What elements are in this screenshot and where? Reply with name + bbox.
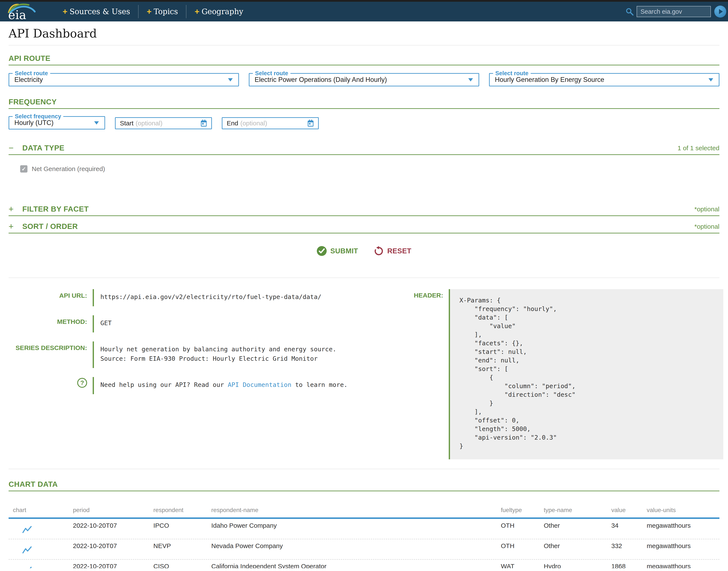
series-description-value: Hourly net generation by balancing autho… — [94, 341, 336, 368]
start-date-field[interactable]: Start (optional) — [115, 117, 212, 129]
cell-type-name: Hydro — [539, 560, 607, 568]
chart-data-heading: CHART DATA — [9, 480, 58, 488]
cell-respondent-name: California Independent System Operator — [207, 560, 496, 568]
route-selects-row: Select route Electricity Select route El… — [9, 71, 719, 86]
site-search — [626, 6, 726, 18]
route-select-1-value: Electricity — [14, 76, 43, 84]
title-divider — [9, 45, 719, 45]
table-row: 2022-10-20T07 IPCO Idaho Power Company O… — [9, 519, 719, 539]
col-respondent-name: respondent-name — [207, 507, 496, 513]
page-title: API Dashboard — [9, 27, 719, 40]
line-chart-icon — [22, 566, 32, 568]
search-icon — [626, 7, 634, 16]
cell-respondent: IPCO — [149, 519, 207, 539]
plus-icon: + — [63, 7, 67, 16]
table-row: 2022-10-20T07 NEVP Nevada Power Company … — [9, 539, 719, 560]
cell-value-units: megawatthours — [642, 519, 719, 539]
submit-button[interactable]: SUBMIT — [316, 246, 358, 256]
series-description-row: SERIES DESCRIPTION: Hourly net generatio… — [0, 341, 373, 368]
api-url-row: API URL: https://api.eia.gov/v2/electric… — [0, 289, 373, 306]
reset-undo-icon — [374, 246, 384, 256]
main-nav: + Sources & Uses + Topics + Geography — [55, 5, 251, 18]
search-go-arrow-icon — [719, 9, 723, 14]
col-type-name: type-name — [539, 507, 607, 513]
row-chart-button[interactable] — [9, 519, 69, 539]
cell-fueltype: WAT — [496, 560, 539, 568]
nav-item-geography[interactable]: + Geography — [186, 7, 251, 16]
checkbox-check-icon: ✓ — [22, 166, 26, 172]
frequency-controls-row: Select frequency Hourly (UTC) Start (opt… — [9, 114, 719, 129]
row-chart-button[interactable] — [9, 539, 69, 559]
col-value: value — [607, 507, 642, 513]
help-text: Need help using our API? Read our API Do… — [94, 377, 348, 394]
search-input[interactable] — [637, 6, 711, 17]
header-block: HEADER: X-Params: { "frequency": "hourly… — [373, 289, 723, 459]
line-chart-icon — [22, 525, 32, 534]
frequency-heading: FREQUENCY — [9, 98, 57, 106]
cell-value: 332 — [607, 539, 642, 559]
cell-type-name: Other — [539, 519, 607, 539]
browser-edge-strip — [0, 0, 728, 2]
section-api-route: API ROUTE — [9, 54, 719, 66]
minus-collapse-icon[interactable]: − — [9, 144, 22, 152]
form-actions: SUBMIT RESET — [0, 246, 728, 256]
chevron-down-icon — [468, 78, 473, 82]
section-data-type[interactable]: − DATA TYPE 1 of 1 selected — [9, 144, 719, 155]
nav-item-sources-uses[interactable]: + Sources & Uses — [55, 7, 138, 16]
frequency-select[interactable]: Select frequency Hourly (UTC) — [9, 114, 105, 129]
chart-data-table: chart period respondent respondent-name … — [9, 507, 719, 568]
request-info: API URL: https://api.eia.gov/v2/electric… — [0, 289, 728, 459]
api-url-value: https://api.eia.gov/v2/electricity/rto/f… — [94, 289, 321, 306]
data-type-heading: DATA TYPE — [22, 144, 64, 152]
route-select-2-value: Electric Power Operations (Daily And Hou… — [255, 76, 387, 84]
chevron-down-icon — [228, 78, 233, 82]
eia-logo[interactable]: eia — [6, 2, 41, 21]
cell-value-units: megawatthours — [642, 560, 719, 568]
plus-icon: + — [195, 7, 199, 16]
cell-fueltype: OTH — [496, 539, 539, 559]
plus-expand-icon[interactable]: + — [9, 205, 22, 213]
cell-period: 2022-10-20T07 — [69, 560, 149, 568]
section-filter-by-facet[interactable]: + FILTER BY FACET *optional — [9, 205, 719, 216]
net-generation-checkbox[interactable]: ✓ — [20, 165, 27, 173]
plus-expand-icon[interactable]: + — [9, 222, 22, 231]
net-generation-checkbox-label: Net Generation (required) — [32, 165, 105, 173]
table-body: 2022-10-20T07 IPCO Idaho Power Company O… — [9, 519, 719, 568]
filter-optional-note: *optional — [694, 206, 719, 213]
section-frequency: FREQUENCY — [9, 98, 719, 109]
search-go-button[interactable] — [714, 6, 726, 18]
api-url-label: API URL: — [0, 289, 93, 306]
col-value-units: value-units — [642, 507, 719, 513]
method-label: METHOD: — [0, 315, 93, 332]
eia-logo-text: eia — [8, 9, 26, 21]
cell-value: 34 — [607, 519, 642, 539]
frequency-select-value: Hourly (UTC) — [14, 119, 54, 127]
section-divider — [9, 469, 719, 469]
cell-value: 1868 — [607, 560, 642, 568]
calendar-icon[interactable] — [307, 120, 314, 127]
nav-item-topics[interactable]: + Topics — [139, 7, 186, 16]
frequency-select-label: Select frequency — [13, 114, 63, 119]
filter-by-facet-heading: FILTER BY FACET — [22, 205, 89, 213]
section-sort-order[interactable]: + SORT / ORDER *optional — [9, 222, 719, 233]
col-respondent: respondent — [149, 507, 207, 513]
section-divider — [9, 277, 719, 278]
sort-order-heading: SORT / ORDER — [22, 222, 78, 231]
route-select-1[interactable]: Select route Electricity — [9, 71, 239, 86]
cell-fueltype: OTH — [496, 519, 539, 539]
table-header-row: chart period respondent respondent-name … — [9, 507, 719, 519]
end-date-field[interactable]: End (optional) — [222, 117, 319, 129]
route-select-3[interactable]: Select route Hourly Generation By Energy… — [489, 71, 719, 86]
reset-button[interactable]: RESET — [374, 246, 412, 256]
route-select-2-label: Select route — [253, 71, 290, 76]
help-icon: ? — [77, 378, 87, 388]
method-value: GET — [94, 315, 111, 332]
plus-icon: + — [147, 7, 152, 16]
cell-respondent: NEVP — [149, 539, 207, 559]
route-select-3-label: Select route — [493, 71, 531, 76]
calendar-icon[interactable] — [200, 120, 207, 127]
route-select-2[interactable]: Select route Electric Power Operations (… — [249, 71, 479, 86]
cell-value-units: megawatthours — [642, 539, 719, 559]
row-chart-button[interactable] — [9, 560, 69, 568]
api-documentation-link[interactable]: API Documentation — [228, 381, 291, 388]
